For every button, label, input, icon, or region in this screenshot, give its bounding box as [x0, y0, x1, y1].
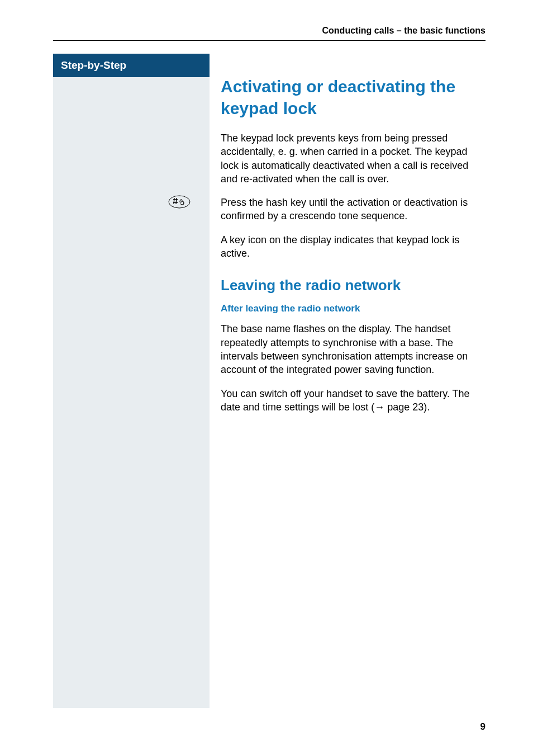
main-content: Activating or deactivating the keypad lo… — [221, 75, 486, 424]
sidebar: Step-by-Step — [53, 54, 210, 708]
page-number: 9 — [480, 721, 486, 733]
body-paragraph: The keypad lock prevents keys from being… — [221, 131, 486, 186]
step-instruction-row: Press the hash key until the activation … — [221, 196, 486, 223]
section-heading-keypad-lock: Activating or deactivating the keypad lo… — [221, 75, 486, 119]
hash-key-icon — [168, 195, 191, 209]
step-text: Press the hash key until the activation … — [221, 196, 486, 223]
body-paragraph: The base name flashes on the display. Th… — [221, 322, 486, 376]
body-paragraph: A key icon on the display indicates that… — [221, 233, 486, 261]
body-paragraph: You can switch off your handset to save … — [221, 387, 486, 414]
subsection-heading: After leaving the radio network — [221, 303, 486, 314]
section-heading-radio-network: Leaving the radio network — [221, 277, 486, 294]
arrow-icon: → — [374, 400, 384, 414]
running-header: Conducting calls – the basic functions — [322, 26, 486, 36]
header-rule — [53, 40, 486, 41]
step-by-step-badge: Step-by-Step — [53, 54, 210, 77]
svg-point-0 — [169, 196, 190, 208]
page-reference: page 23). — [384, 401, 430, 413]
text-fragment: You can switch off your handset to save … — [221, 388, 470, 413]
